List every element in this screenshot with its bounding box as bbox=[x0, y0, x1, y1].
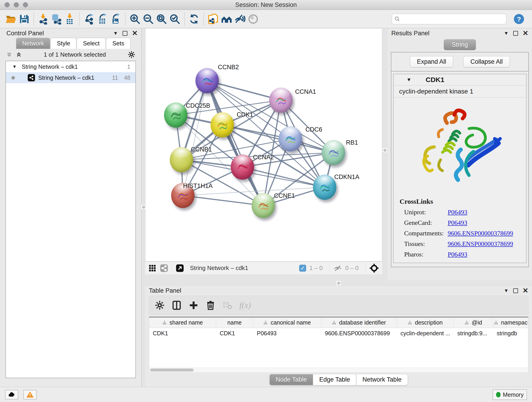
tab-string[interactable]: String bbox=[444, 39, 476, 50]
network-options-gear-icon[interactable] bbox=[128, 51, 135, 58]
column-header-shared-name[interactable]: shared name bbox=[149, 317, 216, 328]
table-panel-menu-icon[interactable]: ▼ bbox=[504, 288, 509, 293]
node-label-ccna2: CCNA2 bbox=[253, 154, 274, 161]
table-panel-close-icon[interactable]: ✕ bbox=[523, 288, 528, 293]
open-in-new-window-icon[interactable] bbox=[176, 264, 184, 272]
tab-network[interactable]: Network bbox=[16, 38, 50, 49]
crosslink-tissues[interactable]: 9606.ENSP00000378699 bbox=[448, 240, 513, 248]
table-panel-splitter[interactable] bbox=[145, 280, 532, 286]
left-splitter[interactable] bbox=[142, 28, 145, 387]
results-panel-menu-icon[interactable]: ▼ bbox=[504, 31, 509, 36]
network-edge[interactable] bbox=[183, 81, 207, 196]
network-node-cdc6[interactable] bbox=[279, 126, 302, 152]
node-label-hist1h1a: HIST1H1A bbox=[183, 182, 213, 190]
zoom-in-icon[interactable] bbox=[128, 12, 142, 26]
search-box[interactable] bbox=[392, 14, 506, 24]
import-table-icon[interactable] bbox=[63, 12, 76, 26]
network-edge[interactable] bbox=[183, 196, 263, 206]
node-label-cdkn1a: CDKN1A bbox=[334, 173, 360, 181]
network-node-ccnb1[interactable] bbox=[170, 147, 193, 172]
network-node-ccna1[interactable] bbox=[269, 88, 293, 113]
hidden-eye-icon[interactable] bbox=[333, 264, 342, 273]
cloud-icon bbox=[8, 391, 16, 399]
selected-checkbox-icon[interactable]: ✓ bbox=[299, 265, 306, 272]
column-header-canonical-name[interactable]: canonical name bbox=[253, 317, 321, 328]
expand-all-button[interactable]: Expand All bbox=[410, 56, 453, 67]
table-gear-icon[interactable] bbox=[155, 300, 165, 310]
crosslink-label: Pharos: bbox=[404, 251, 448, 258]
protein-structure-image bbox=[394, 98, 526, 196]
import-database-icon[interactable] bbox=[50, 12, 63, 26]
column-header-namespace[interactable]: namespac bbox=[493, 317, 528, 328]
crosslinks-section: CrossLinks Uniprot:P06493 GeneCard:P0649… bbox=[394, 196, 526, 258]
zoom-out-icon[interactable] bbox=[142, 12, 155, 26]
network-share-icon[interactable] bbox=[160, 264, 168, 272]
cloud-button[interactable] bbox=[5, 390, 18, 400]
collapse-all-button[interactable]: Collapse All bbox=[463, 56, 510, 67]
clone-network-icon[interactable] bbox=[207, 12, 220, 26]
results-panel-close-icon[interactable]: ✕ bbox=[523, 31, 528, 36]
control-panel-menu-icon[interactable]: ▼ bbox=[113, 31, 118, 36]
network-node-ccne1[interactable] bbox=[252, 193, 275, 218]
gene-expander-icon[interactable]: ▼ bbox=[406, 77, 412, 83]
window-title: Session: New Session bbox=[0, 1, 532, 8]
open-session-icon[interactable] bbox=[4, 12, 17, 26]
table-horizontal-scrollbar[interactable] bbox=[149, 368, 528, 372]
zoom-selected-icon[interactable] bbox=[168, 12, 181, 26]
zoom-fit-icon[interactable] bbox=[155, 12, 168, 26]
network-node-cdc25b[interactable] bbox=[164, 102, 187, 128]
tab-style[interactable]: Style bbox=[51, 38, 76, 49]
column-header-database-identifier[interactable]: database identifier bbox=[321, 317, 397, 328]
network-node-cdk1[interactable] bbox=[210, 112, 234, 138]
network-node-cdkn1a[interactable] bbox=[313, 175, 336, 200]
crosslink-genecard[interactable]: P06493 bbox=[448, 219, 467, 226]
network-node-ccna2[interactable] bbox=[231, 154, 254, 180]
collection-count: 1 bbox=[127, 64, 130, 70]
help-icon[interactable]: ? bbox=[512, 12, 526, 26]
network-node-ccnb2[interactable] bbox=[196, 68, 219, 93]
crosslink-compartments[interactable]: 9606.ENSP00000378699 bbox=[448, 230, 513, 237]
tab-edge-table[interactable]: Edge Table bbox=[313, 374, 356, 385]
table-panel-float-icon[interactable] bbox=[513, 288, 518, 293]
expand-all-icon[interactable] bbox=[16, 51, 22, 58]
tab-sets[interactable]: Sets bbox=[106, 38, 130, 49]
refresh-icon[interactable] bbox=[187, 12, 201, 26]
search-input[interactable] bbox=[402, 16, 504, 22]
export-table-icon[interactable] bbox=[96, 12, 109, 26]
column-header-description[interactable]: description bbox=[397, 317, 454, 328]
tab-select[interactable]: Select bbox=[77, 38, 106, 49]
collapse-all-icon[interactable] bbox=[6, 51, 12, 58]
select-columns-icon[interactable] bbox=[172, 300, 182, 310]
control-panel-float-icon[interactable] bbox=[123, 31, 127, 36]
network-collection-row[interactable]: ▼ String Network – cdk1 1 bbox=[6, 61, 135, 72]
string-home-icon[interactable] bbox=[220, 12, 233, 26]
tab-node-table[interactable]: Node Table bbox=[269, 374, 313, 385]
hide-labels-icon[interactable] bbox=[233, 12, 247, 26]
column-header-at-id[interactable]: @id bbox=[454, 317, 493, 328]
scrollbar-thumb[interactable] bbox=[150, 369, 194, 371]
table-row[interactable]: CDK1 CDK1 P06493 9606.ENSP00000378699 cy… bbox=[149, 328, 528, 338]
memory-button[interactable]: Memory bbox=[493, 389, 527, 400]
network-edge[interactable] bbox=[207, 81, 263, 206]
import-network-icon[interactable] bbox=[37, 12, 50, 26]
control-panel-close-icon[interactable]: ✕ bbox=[132, 31, 138, 36]
gene-header[interactable]: ▼ CDK1 bbox=[394, 74, 526, 85]
network-node-rb1[interactable] bbox=[322, 140, 345, 165]
grid-view-icon[interactable] bbox=[148, 264, 156, 272]
network-canvas[interactable]: CCNB2CCNA1CDC25BCDK1CDC6RB1CCNB1CCNA2CDK… bbox=[145, 28, 382, 262]
save-session-icon[interactable] bbox=[17, 12, 31, 26]
delete-column-icon[interactable] bbox=[206, 300, 215, 310]
crosslink-uniprot[interactable]: P06493 bbox=[448, 209, 467, 216]
column-header-name[interactable]: name bbox=[216, 317, 253, 328]
tab-network-table[interactable]: Network Table bbox=[356, 374, 408, 385]
results-panel-float-icon[interactable] bbox=[513, 31, 518, 36]
add-column-icon[interactable] bbox=[189, 300, 199, 310]
crosslink-pharos[interactable]: P06493 bbox=[448, 251, 467, 258]
network-row[interactable]: String Network – cdk1 11 48 bbox=[6, 72, 135, 83]
move-crosshair-icon[interactable] bbox=[369, 263, 379, 273]
collection-expander-icon[interactable]: ▼ bbox=[12, 64, 17, 69]
export-network-icon[interactable] bbox=[82, 12, 96, 26]
warning-button[interactable] bbox=[23, 390, 37, 400]
right-splitter[interactable] bbox=[382, 28, 388, 280]
export-image-icon[interactable] bbox=[109, 12, 122, 26]
